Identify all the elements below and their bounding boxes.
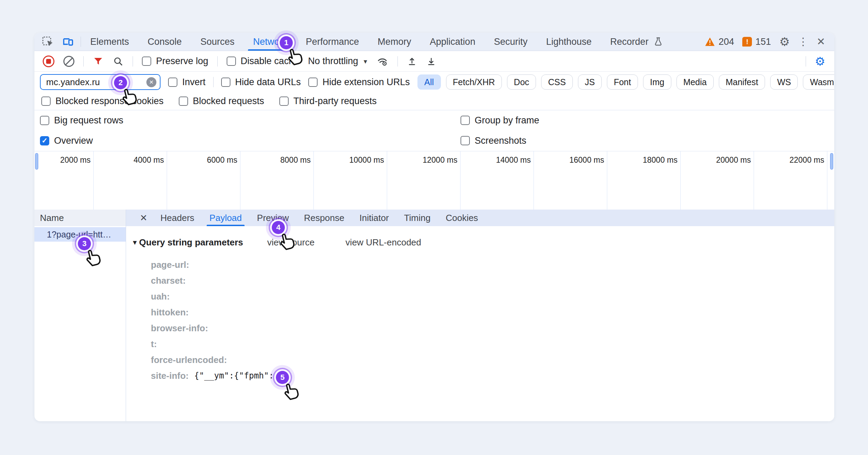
filter-checkbox[interactable]: Blocked requests xyxy=(179,96,264,107)
resource-type-chip[interactable]: All xyxy=(417,74,441,90)
preserve-log-checkbox[interactable]: Preserve log xyxy=(142,56,208,67)
network-toolbar: Preserve log Disable cache No throttling… xyxy=(34,51,834,72)
devtools-tab[interactable]: Sources xyxy=(191,33,244,51)
warning-icon xyxy=(705,37,715,47)
filter-checkbox[interactable]: Blocked response cookies xyxy=(41,96,164,107)
timeline-tick: 16000 ms xyxy=(534,151,607,210)
details-tab[interactable]: Response xyxy=(297,210,352,226)
timeline-tick: 2000 ms xyxy=(34,151,94,210)
request-table-head: Name ✕ Headers Payload Preview xyxy=(34,210,834,226)
devtools-tab[interactable]: Application xyxy=(421,33,485,51)
timeline-tick: 10000 ms xyxy=(314,151,387,210)
timeline-right-handle[interactable] xyxy=(830,153,833,170)
details-tab[interactable]: Payload xyxy=(202,210,249,226)
screenshots-checkbox[interactable]: Screenshots xyxy=(461,135,526,146)
resource-type-chip[interactable]: Fetch/XHR xyxy=(446,74,502,90)
more-options-icon[interactable]: ⋮ xyxy=(798,37,808,47)
filter-input[interactable]: ✕ xyxy=(40,74,161,90)
issues-counter[interactable]: ! 151 xyxy=(742,37,771,47)
close-devtools-icon[interactable]: ✕ xyxy=(817,37,825,47)
timeline-left-handle[interactable] xyxy=(35,153,38,170)
devtools-tab[interactable]: Security xyxy=(485,33,537,51)
inspect-element-icon[interactable] xyxy=(41,36,54,48)
param-name: page-url: xyxy=(151,260,189,270)
import-har-icon[interactable] xyxy=(407,56,417,67)
timeline-tick: 18000 ms xyxy=(607,151,681,210)
name-column-header[interactable]: Name xyxy=(34,210,126,226)
devtools-tabbar: Elements Console Sources Network Perform… xyxy=(34,33,834,51)
details-tab[interactable]: Initiator xyxy=(352,210,396,226)
network-filter-row: ✕ Invert Hide data URLs Hide extension U… xyxy=(34,72,834,92)
hide-extension-urls-checkbox[interactable]: Hide extension URLs xyxy=(308,77,410,88)
overview-checkbox[interactable]: Overview xyxy=(40,135,93,146)
resource-type-chip[interactable]: Wasm xyxy=(803,74,834,90)
request-list: 1?page-url=htt… xyxy=(34,226,126,421)
big-request-rows-checkbox[interactable]: Big request rows xyxy=(40,115,123,126)
request-details-tabbar: ✕ Headers Payload Preview Respon xyxy=(126,210,834,226)
record-network-log-button[interactable] xyxy=(43,55,54,67)
devtools-tab[interactable]: Console xyxy=(138,33,191,51)
clear-filter-icon[interactable]: ✕ xyxy=(146,77,156,87)
query-param-row: force-urlencoded: xyxy=(132,352,834,368)
query-param-row: browser-info: xyxy=(132,320,834,336)
query-param-row: site-info: {"__ym":{"fpmh": xyxy=(132,368,834,384)
timeline-tick: 22000 ms xyxy=(754,151,827,210)
option-row-1: Big request rows Group by frame xyxy=(34,110,834,130)
group-by-frame-checkbox[interactable]: Group by frame xyxy=(461,115,539,126)
timeline-tick: 4000 ms xyxy=(94,151,167,210)
query-param-row: page-url: xyxy=(132,257,834,273)
resource-type-chip[interactable]: WS xyxy=(770,74,798,90)
warning-count: 204 xyxy=(719,37,734,47)
close-details-icon[interactable]: ✕ xyxy=(138,210,153,226)
param-name: force-urlencoded: xyxy=(151,355,227,365)
param-name: site-info: xyxy=(151,371,189,381)
payload-pane: ▼ Query string parameters view source vi… xyxy=(126,226,834,421)
throttling-select[interactable]: No throttling ▾ xyxy=(308,56,367,67)
param-name: hittoken: xyxy=(151,307,189,318)
request-table-body: 1?page-url=htt… ▼ Query string parameter… xyxy=(34,226,834,421)
network-conditions-icon[interactable] xyxy=(376,55,389,67)
resource-type-chip[interactable]: Media xyxy=(676,74,714,90)
clear-network-log-icon[interactable] xyxy=(63,56,74,67)
invert-checkbox[interactable]: Invert xyxy=(168,77,206,88)
devtools-tab[interactable]: Lighthouse xyxy=(537,33,601,51)
resource-type-chip[interactable]: Doc xyxy=(507,74,536,90)
resource-type-chip[interactable]: JS xyxy=(578,74,602,90)
filter-checkbox[interactable]: Third-party requests xyxy=(279,96,377,107)
devtools-tab[interactable]: Recorder xyxy=(601,33,658,51)
network-overview-timeline[interactable]: 2000 ms 4000 ms 6000 ms 8000 ms 10000 ms xyxy=(34,151,834,210)
more-filters-row: Blocked response cookies Blocked request… xyxy=(34,92,834,110)
collapse-caret-icon[interactable]: ▼ xyxy=(132,239,138,246)
query-string-parameters-title[interactable]: Query string parameters xyxy=(139,237,243,248)
details-tab[interactable]: Timing xyxy=(396,210,438,226)
network-settings-gear-icon[interactable]: ⚙ xyxy=(815,55,825,67)
query-param-row: hittoken: xyxy=(132,304,834,320)
device-toolbar-icon[interactable] xyxy=(61,36,74,48)
resource-type-chip[interactable]: CSS xyxy=(541,74,572,90)
console-warnings[interactable]: 204 xyxy=(705,37,734,47)
details-tab[interactable]: Cookies xyxy=(438,210,486,226)
timeline-tick: 20000 ms xyxy=(681,151,754,210)
resource-type-chip[interactable]: Img xyxy=(643,74,671,90)
devtools-window: Elements Console Sources Network Perform… xyxy=(34,33,834,421)
devtools-tab[interactable]: Performance xyxy=(297,33,369,51)
devtools-tab[interactable]: Memory xyxy=(368,33,421,51)
param-name: t: xyxy=(151,339,157,350)
search-icon[interactable] xyxy=(113,56,124,67)
timeline-tick: 8000 ms xyxy=(240,151,314,210)
query-param-row: t: xyxy=(132,336,834,352)
query-param-row: charset: xyxy=(132,273,834,289)
hide-data-urls-checkbox[interactable]: Hide data URLs xyxy=(221,77,301,88)
resource-type-chip[interactable]: Manifest xyxy=(719,74,765,90)
issue-count: 151 xyxy=(755,37,771,47)
resource-type-chip[interactable]: Font xyxy=(607,74,638,90)
query-params-list: page-url: charset: uah: hittoken xyxy=(132,257,834,384)
filter-funnel-icon[interactable] xyxy=(93,56,104,67)
query-param-row: uah: xyxy=(132,289,834,304)
devtools-tab[interactable]: Elements xyxy=(81,33,138,51)
details-tab[interactable]: Headers xyxy=(153,210,202,226)
view-url-encoded-link[interactable]: view URL-encoded xyxy=(345,237,421,248)
option-row-2: Overview Screenshots xyxy=(34,130,834,151)
export-har-icon[interactable] xyxy=(426,56,436,67)
settings-icon[interactable]: ⚙ xyxy=(779,36,789,48)
